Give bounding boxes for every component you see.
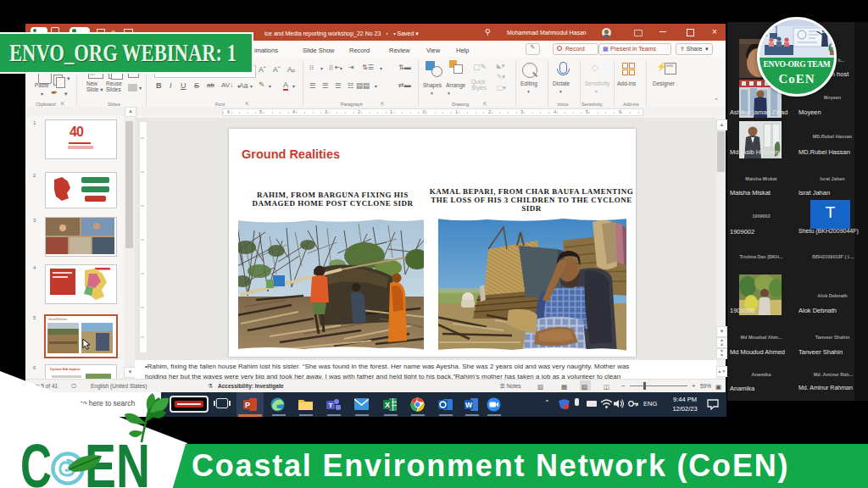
svg-text:P: P: [245, 401, 250, 409]
svg-text:W: W: [465, 401, 473, 409]
svg-text:X: X: [385, 401, 390, 409]
svg-text:C: C: [20, 431, 52, 488]
svg-text:T: T: [329, 402, 333, 409]
svg-text:EN: EN: [85, 431, 150, 488]
